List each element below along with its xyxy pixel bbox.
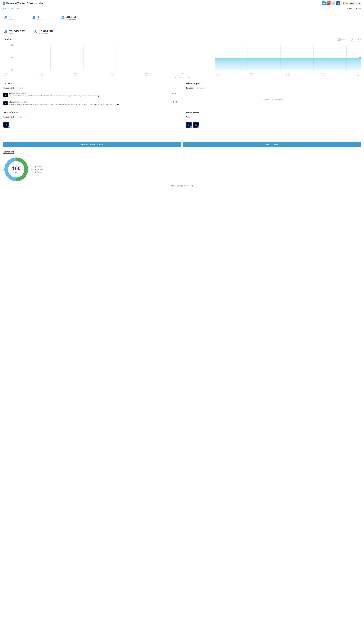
svg-text:0: 0 [11, 69, 14, 71]
related-topics-title: Related Topics [186, 82, 201, 85]
tab-inf-frequency[interactable]: Frequency [17, 116, 25, 119]
historical-data-link[interactable]: 🕐 HISTORICAL DATA [2, 8, 19, 10]
svg-point-4 [4, 16, 7, 18]
posts-values: 2 POSTS [10, 15, 14, 20]
google-icon[interactable] [331, 2, 335, 6]
sentiment-legend: Positive Negative Neutral [35, 166, 43, 173]
x-label-2: Dec 084 PM [74, 73, 78, 76]
facebook-icon[interactable] [336, 2, 340, 6]
post-username-1: adidas [9, 93, 14, 94]
stats-row-1: 2 POSTS 1 USERS 49,163 ENGAGEMENT [4, 15, 80, 21]
x-label-8: Dec 104 PM [286, 73, 290, 76]
timezone-label: TIMEZONE: GMT-0500 [4, 77, 360, 79]
tab-recent[interactable]: Recent [17, 87, 22, 90]
settings-icon[interactable]: ⚙ [14, 39, 16, 41]
negative-dot [35, 169, 36, 170]
historical-data-label: HISTORICAL DATA [5, 8, 19, 10]
x-label-3: Dec 0912 AM [110, 73, 114, 76]
svg-rect-9 [4, 32, 5, 33]
legend-positive: Positive [35, 166, 43, 168]
download-chart-btn[interactable]: ⬇ [356, 38, 360, 42]
donut-center: 100 SCORE ⓘ [12, 165, 20, 173]
x-label-7: Dec 108 AM [250, 73, 254, 76]
tab-inf-engagement[interactable]: Engagement [4, 116, 14, 119]
view-all-influencers-button[interactable]: VIEW ALL INFLUENCERS [4, 142, 180, 147]
chart-x-labels: Dec 0812 AM Dec 088 AM Dec 084 PM Dec 09… [4, 73, 360, 76]
pdf-button[interactable]: PDF [349, 8, 352, 10]
timeline-title-group: Timeline ⚙ [4, 38, 16, 41]
recent-badge-1: a [190, 126, 192, 128]
heart-icon-1: ♥ [178, 93, 178, 94]
recent-users-title: Recent Users [186, 111, 199, 114]
toggle-switch[interactable] [337, 39, 342, 41]
svg-text:a: a [5, 94, 6, 96]
svg-text:a: a [5, 102, 6, 104]
most-influential-col: Most Influential Engagement Frequency a … [4, 111, 182, 136]
post-user-1: adidas @adidas Dec 9 [9, 93, 26, 94]
post-item-2: a adidas @adidas 12:14 pm 8,900 ♥ 🌟 Now … [4, 101, 178, 105]
neutral-dot [35, 171, 36, 173]
impressions-icon [34, 30, 37, 35]
embed-icon: </> [352, 39, 354, 41]
date-range-button[interactable]: 📅 DEC 8 - DEC 11 ▾ [341, 2, 362, 5]
post-meta-2: adidas @adidas 12:14 pm 8,900 ♥ [9, 101, 178, 103]
users-values: 1 USERS [37, 15, 43, 20]
sentiment-section: Sentiment 100 [0, 151, 364, 191]
svg-text:a: a [188, 124, 189, 126]
info-icon[interactable]: ⓘ [18, 171, 19, 173]
code-icon-btn[interactable]: </> [351, 38, 355, 42]
post-eng-value-2: 8,900 [173, 101, 177, 103]
tab-hashtags[interactable]: Hashtags [186, 87, 193, 90]
back-arrow[interactable]: ◀ [2, 2, 5, 5]
recent-users-col: Recent Users Users a a a a [182, 111, 361, 136]
post-avatar-2: a [4, 101, 8, 105]
top-posts-tabs: Engagement Recent [4, 87, 178, 90]
predict-toggle[interactable]: PREDICT [337, 39, 350, 41]
engagement-icon [60, 15, 65, 20]
related-topics-tabs: Hashtags Keywords [186, 87, 361, 90]
users-icon [32, 15, 36, 20]
posts-label: POSTS [10, 19, 14, 20]
svg-rect-10 [5, 31, 6, 33]
related-topics-col: Related Topics Hashtags Keywords No data… [182, 82, 361, 108]
svg-text:a: a [9, 127, 9, 128]
posts-stat: 2 POSTS [4, 15, 24, 21]
recent-users-tabs: Users [186, 116, 361, 119]
svg-rect-0 [328, 3, 329, 4]
impressions-values: 46,007,384 IMPRESSIONS [39, 30, 54, 35]
twitter-icon[interactable] [322, 2, 326, 6]
page-title: Real-time Tracker: CreatorsUnite [6, 2, 43, 5]
users-label: USERS [37, 19, 43, 20]
view-all-users-button[interactable]: VIEW ALL USERS [184, 142, 360, 147]
active-indicator [330, 1, 331, 2]
post-username-2: adidas [9, 101, 14, 103]
post-text-1: She. Breaks. Barriers. 🌟 Use #CreatorsUn… [9, 95, 178, 97]
post-handle-1: @adidas [14, 93, 20, 94]
post-eng-value-1: 40,263 [172, 93, 177, 94]
tab-engagement[interactable]: Engagement [4, 87, 14, 90]
post-handle-2: @adidas [14, 101, 20, 103]
tab-users[interactable]: Users [186, 116, 190, 119]
score-text: SCORE [12, 172, 18, 173]
top-posts-title: Top Posts [4, 82, 14, 85]
sentiment-score-label: SCORE ⓘ [12, 171, 20, 173]
most-influential-title: Most Influential [4, 111, 19, 114]
legend-neutral: Neutral [35, 171, 43, 173]
neutral-label: Neutral [37, 171, 42, 173]
post-user-2: adidas @adidas 12:14 pm [9, 101, 28, 103]
chart-svg: 2 1 0 [4, 44, 360, 72]
view-sentiment-button[interactable]: VIEW SENTIMENT TIMELINE [4, 185, 360, 187]
download-icon-2: ⬇ [356, 8, 357, 10]
download-icon-btn: ⬇ [358, 39, 359, 41]
tab-keywords[interactable]: Keywords [197, 87, 204, 90]
positive-dot [35, 166, 36, 167]
header: ◀ Real-time Tracker: CreatorsUnite 📅 DEC… [0, 0, 364, 7]
x-label-0: Dec 0812 AM [4, 73, 8, 76]
date-range-label: DEC 8 - DEC 11 [346, 3, 358, 5]
svg-text:a: a [191, 127, 191, 128]
svg-text:1: 1 [11, 57, 14, 59]
calendar-icon: 📅 [342, 3, 345, 5]
xls-button[interactable]: XLS [358, 8, 362, 10]
instagram-icon[interactable] [326, 2, 330, 6]
negative-label: Negative [37, 168, 43, 170]
